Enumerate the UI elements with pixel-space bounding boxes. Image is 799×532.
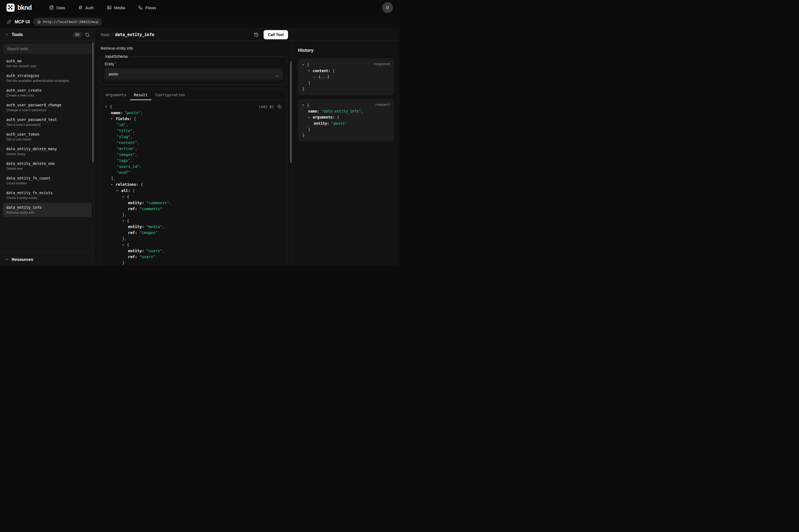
tool-list-item[interactable]: auth_user_token Get a user token <box>3 130 92 144</box>
tree-toggle-icon[interactable]: ▼ <box>122 242 127 248</box>
refresh-icon <box>85 33 90 37</box>
tools-section-header[interactable]: Tools 50 <box>0 29 94 41</box>
chevron-down-icon[interactable] <box>5 257 9 261</box>
tree-toggle-icon[interactable]: ▶ <box>314 74 318 80</box>
mcp-url-chip[interactable]: http://localhost:28623/mcp <box>33 18 102 26</box>
tree-toggle-icon[interactable]: ▼ <box>111 182 116 188</box>
breadcrumb-section[interactable]: Tools <box>100 32 110 37</box>
tree-toggle-icon[interactable]: ▼ <box>105 104 110 110</box>
nav-item-media[interactable]: Media <box>107 5 125 10</box>
page-title: MCP UI <box>15 20 30 24</box>
code-token: name: <box>111 111 125 115</box>
breadcrumb-bar: Tools / data_entity_info Call Tool <box>95 29 292 41</box>
user-avatar[interactable]: D <box>382 2 393 13</box>
code-token: { <box>307 62 309 67</box>
chevron-up-icon[interactable] <box>5 33 9 37</box>
tool-name: auth_user_password_test <box>6 117 88 122</box>
code-token: } <box>302 133 305 137</box>
tree-toggle-icon[interactable]: ▼ <box>308 68 313 74</box>
nav-item-auth[interactable]: Auth <box>78 5 94 10</box>
entity-select[interactable]: posts <box>105 69 282 79</box>
search-input[interactable] <box>3 44 91 54</box>
tool-list-item[interactable]: auth_user_password_test Test a user's pa… <box>3 115 92 129</box>
tree-toggle-icon[interactable]: ▼ <box>302 102 307 108</box>
tree-toggle-icon[interactable]: ▼ <box>117 188 121 194</box>
tool-list-item[interactable]: auth_user_create Create a new user <box>3 86 92 100</box>
tool-name: data_entity_info <box>6 205 88 210</box>
code-line: ▼{ <box>105 218 282 224</box>
tool-list-item[interactable]: data_entity_fn_exists Check if entity ex… <box>3 188 92 202</box>
tab-configuration[interactable]: Configuration <box>151 89 189 100</box>
code-token: "images" <box>117 152 135 157</box>
tool-list-item[interactable]: auth_strategies Get the available authen… <box>3 71 92 85</box>
tool-list-item[interactable]: data_entity_fn_count Count entities <box>3 173 92 188</box>
code-token: ] <box>308 81 310 85</box>
code-line: entity: "comments", <box>105 200 282 206</box>
mcp-url: http://localhost:28623/mcp <box>43 20 98 24</box>
code-token: "media" <box>146 225 162 229</box>
tool-list-item[interactable]: data_entity_info Retrieve entity info <box>3 203 92 217</box>
tool-list-item[interactable]: auth_user_password_change Change a user'… <box>3 100 92 114</box>
code-token: ref: <box>128 207 139 211</box>
nav-item-data[interactable]: Data <box>49 5 65 10</box>
nav-item-flows[interactable]: Flows <box>138 5 156 10</box>
database-icon <box>49 5 54 10</box>
main-scrollbar[interactable] <box>290 61 291 163</box>
tool-list-item[interactable]: data_entity_delete_one Delete one <box>3 159 92 173</box>
tool-description: Change a user's password <box>6 108 88 112</box>
call-tool-button[interactable]: Call Tool <box>264 30 288 39</box>
result-tabs: Arguments Result Configuration <box>100 89 287 100</box>
code-line: ] <box>302 80 390 86</box>
tree-toggle-icon[interactable]: ▼ <box>122 218 127 224</box>
code-line: "users_id", <box>105 164 282 169</box>
sidebar-scrollbar[interactable] <box>92 42 94 163</box>
code-line: } <box>105 260 282 266</box>
result-size-label: (442 B) <box>259 104 274 109</box>
copy-button[interactable] <box>277 104 282 110</box>
history-card-request[interactable]: request ▼{name: "data_entity_info",▼argu… <box>298 99 394 141</box>
history-card-response[interactable]: response ▼{▼content: [▶{...}]} <box>298 58 394 95</box>
primary-nav: Data Auth Media <box>49 5 156 10</box>
tool-list-item[interactable]: data_entity_delete_many Delete many <box>3 144 92 158</box>
tab-result[interactable]: Result <box>130 89 152 100</box>
tool-description: Test a user's password <box>6 123 88 127</box>
tool-name: data_entity_fn_count <box>6 176 88 180</box>
tool-list-item[interactable]: auth_me Get the current user <box>3 56 92 71</box>
code-line: "active", <box>105 146 282 152</box>
code-line: "title", <box>105 128 282 134</box>
entity-select-value: posts <box>109 72 118 76</box>
code-token: { <box>110 104 112 109</box>
result-panel: Arguments Result Configuration ▼{name: "… <box>100 89 287 266</box>
resources-section-header[interactable]: Resources <box>0 252 94 266</box>
main-panel: Tools / data_entity_info Call Tool Retri… <box>95 29 292 266</box>
code-line: } <box>302 126 390 132</box>
tool-description: Get the current user <box>6 64 88 68</box>
code-line: ▼{ <box>105 103 282 110</box>
code-token: , <box>133 129 135 133</box>
code-token: "posts" <box>125 111 141 115</box>
code-token: ref: <box>128 230 139 235</box>
code-token: "title" <box>117 129 133 133</box>
refresh-button[interactable] <box>84 31 91 38</box>
code-token: , <box>125 236 127 241</box>
history-panel-header <box>293 29 400 41</box>
nav-label: Auth <box>85 5 94 10</box>
code-token: "users" <box>139 254 155 259</box>
tool-description-text: Retrieve entity info <box>101 46 287 51</box>
code-line: ], <box>105 175 282 182</box>
code-line: ▼fields: [ <box>105 116 282 122</box>
tree-toggle-icon[interactable]: ▼ <box>302 62 307 68</box>
code-token: , <box>169 201 171 205</box>
tool-name: data_entity_delete_many <box>6 147 88 151</box>
code-token: , <box>137 140 139 145</box>
tree-toggle-icon[interactable]: ▼ <box>122 194 127 200</box>
code-line: ▼all: [ <box>105 188 282 194</box>
tree-toggle-icon[interactable]: ▼ <box>111 116 116 122</box>
tab-arguments[interactable]: Arguments <box>102 89 130 100</box>
tool-description: Create a new user <box>6 94 88 97</box>
tree-toggle-icon[interactable]: ▼ <box>308 114 313 120</box>
bknd-logo-icon[interactable] <box>6 3 15 12</box>
code-token: { <box>307 103 309 107</box>
history-button[interactable] <box>253 31 260 38</box>
code-line: ref: "users" <box>105 254 282 260</box>
